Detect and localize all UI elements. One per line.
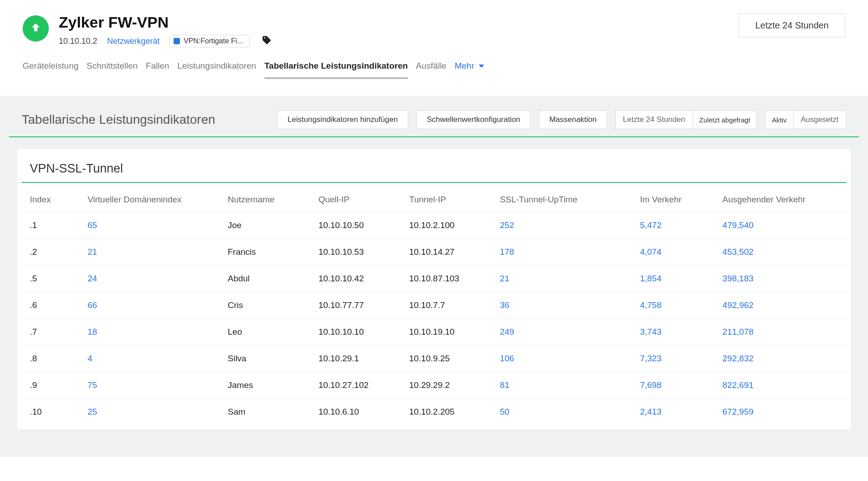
threshold-config-button[interactable]: Schwellenwertkonfiguration bbox=[416, 110, 531, 129]
seg-last-24h[interactable]: Letzte 24 Stunden bbox=[616, 111, 693, 129]
out-traffic-link[interactable]: 672,959 bbox=[722, 407, 754, 416]
col-in[interactable]: Im Verkehr bbox=[632, 186, 714, 212]
tab-tabular-performance-indicators[interactable]: Tabellarische Leistungsindikatoren bbox=[264, 57, 408, 79]
uptime-link[interactable]: 21 bbox=[500, 274, 509, 283]
tab-more[interactable]: Mehr bbox=[455, 57, 484, 79]
cell-uptime: 178 bbox=[492, 239, 632, 266]
cell-out-traffic: 453,502 bbox=[714, 239, 846, 266]
out-traffic-link[interactable]: 822,691 bbox=[722, 380, 754, 390]
table-row: .84Silva10.10.29.110.10.9.251067,323292,… bbox=[22, 346, 846, 372]
cell-tunnel-ip: 10.10.19.10 bbox=[401, 319, 492, 346]
in-traffic-link[interactable]: 4,074 bbox=[640, 247, 662, 257]
seg-active[interactable]: Aktiv bbox=[765, 111, 793, 129]
vdom-link[interactable]: 24 bbox=[88, 274, 97, 283]
out-traffic-link[interactable]: 479,540 bbox=[722, 220, 754, 230]
cell-vdom: 25 bbox=[80, 399, 220, 425]
cell-vdom: 21 bbox=[80, 239, 220, 266]
tab-device-performance[interactable]: Geräteleistung bbox=[23, 57, 79, 79]
cell-uptime: 81 bbox=[492, 372, 632, 399]
col-vdom[interactable]: Virtueller Domänenindex bbox=[80, 186, 220, 212]
table-row: .524Abdul10.10.10.4210.10.87.103211,8543… bbox=[22, 266, 846, 292]
uptime-link[interactable]: 50 bbox=[500, 407, 509, 416]
in-traffic-link[interactable]: 3,743 bbox=[640, 327, 662, 336]
in-traffic-link[interactable]: 4,758 bbox=[640, 300, 662, 310]
vdom-link[interactable]: 25 bbox=[88, 407, 97, 416]
col-uptime[interactable]: SSL-Tunnel-UpTime bbox=[492, 186, 632, 212]
device-type-link[interactable]: Netzwerkgerät bbox=[107, 37, 160, 46]
tab-performance-indicators[interactable]: Leistungsindikatoren bbox=[177, 57, 256, 79]
out-traffic-link[interactable]: 453,502 bbox=[722, 247, 754, 257]
uptime-link[interactable]: 249 bbox=[500, 327, 514, 336]
panel-title: VPN-SSL-Tunnel bbox=[22, 162, 846, 183]
cell-out-traffic: 479,540 bbox=[714, 212, 846, 239]
vdom-link[interactable]: 4 bbox=[88, 354, 93, 363]
out-traffic-link[interactable]: 292,832 bbox=[722, 354, 754, 363]
uptime-link[interactable]: 36 bbox=[500, 300, 509, 310]
cell-src-ip: 10.10.27.102 bbox=[310, 372, 401, 399]
cell-vdom: 65 bbox=[80, 212, 220, 239]
page-title: Zylker FW-VPN bbox=[59, 14, 272, 31]
cell-tunnel-ip: 10.10.7.7 bbox=[401, 292, 492, 319]
bulk-action-button[interactable]: Massenaktion bbox=[539, 110, 607, 129]
tab-outages[interactable]: Ausfälle bbox=[416, 57, 447, 79]
tab-more-label: Mehr bbox=[455, 61, 474, 71]
tag-chip-vpn-fortigate[interactable]: VPN:Fortigate Fi... bbox=[170, 35, 250, 47]
cell-out-traffic: 211,078 bbox=[714, 319, 846, 346]
cell-vdom: 66 bbox=[80, 292, 220, 319]
in-traffic-link[interactable]: 2,413 bbox=[640, 407, 662, 416]
tag-icon[interactable] bbox=[262, 35, 272, 47]
uptime-link[interactable]: 252 bbox=[500, 220, 514, 230]
nav-tabs: Geräteleistung Schnittstellen Fallen Lei… bbox=[23, 57, 845, 79]
in-traffic-link[interactable]: 7,323 bbox=[640, 354, 662, 363]
col-user[interactable]: Nutzername bbox=[220, 186, 311, 212]
cell-index: .8 bbox=[22, 346, 80, 372]
col-src-ip[interactable]: Quell-IP bbox=[310, 186, 401, 212]
cell-user: James bbox=[220, 372, 311, 399]
seg-last-polled[interactable]: Zuletzt abgefragt bbox=[693, 111, 757, 129]
in-traffic-link[interactable]: 1,854 bbox=[640, 274, 662, 283]
time-range-button[interactable]: Letzte 24 Stunden bbox=[739, 14, 845, 37]
cell-in-traffic: 4,074 bbox=[632, 239, 714, 266]
tag-color-swatch bbox=[174, 38, 180, 44]
chevron-down-icon bbox=[479, 65, 484, 68]
uptime-link[interactable]: 106 bbox=[500, 354, 514, 363]
cell-in-traffic: 1,854 bbox=[632, 266, 714, 292]
cell-src-ip: 10.10.29.1 bbox=[310, 346, 401, 372]
uptime-link[interactable]: 81 bbox=[500, 380, 509, 390]
out-traffic-link[interactable]: 492,962 bbox=[722, 300, 754, 310]
col-index[interactable]: Index bbox=[22, 186, 80, 212]
cell-index: .10 bbox=[22, 399, 80, 425]
out-traffic-link[interactable]: 398,183 bbox=[722, 274, 754, 283]
cell-uptime: 21 bbox=[492, 266, 632, 292]
table-row: .221Francis10.10.10.5310.10.14.271784,07… bbox=[22, 239, 846, 266]
out-traffic-link[interactable]: 211,078 bbox=[722, 327, 754, 336]
cell-src-ip: 10.10.10.10 bbox=[310, 319, 401, 346]
cell-vdom: 18 bbox=[80, 319, 220, 346]
vdom-link[interactable]: 75 bbox=[88, 380, 97, 390]
in-traffic-link[interactable]: 7,698 bbox=[640, 380, 662, 390]
cell-src-ip: 10.10.6.10 bbox=[310, 399, 401, 425]
cell-vdom: 4 bbox=[80, 346, 220, 372]
table-row: .165Joe10.10.10.5010.10.2.1002525,472479… bbox=[22, 212, 846, 239]
cell-in-traffic: 4,758 bbox=[632, 292, 714, 319]
vdom-link[interactable]: 66 bbox=[88, 300, 97, 310]
cell-out-traffic: 822,691 bbox=[714, 372, 846, 399]
seg-suspended[interactable]: Ausgesetzt bbox=[793, 111, 846, 129]
uptime-link[interactable]: 178 bbox=[500, 247, 514, 257]
tab-traps[interactable]: Fallen bbox=[146, 57, 170, 79]
vdom-link[interactable]: 18 bbox=[88, 327, 97, 336]
vdom-link[interactable]: 65 bbox=[88, 220, 97, 230]
tab-interfaces[interactable]: Schnittstellen bbox=[87, 57, 138, 79]
cell-uptime: 249 bbox=[492, 319, 632, 346]
cell-user: Sam bbox=[220, 399, 311, 425]
cell-user: Silva bbox=[220, 346, 311, 372]
cell-out-traffic: 672,959 bbox=[714, 399, 846, 425]
col-tunnel-ip[interactable]: Tunnel-IP bbox=[401, 186, 492, 212]
vdom-link[interactable]: 21 bbox=[88, 247, 97, 257]
add-indicators-button[interactable]: Leistungsindikatoren hinzufügen bbox=[277, 110, 408, 129]
col-out[interactable]: Ausgehender Verkehr bbox=[714, 186, 846, 212]
in-traffic-link[interactable]: 5,472 bbox=[640, 220, 662, 230]
cell-user: Francis bbox=[220, 239, 311, 266]
cell-user: Joe bbox=[220, 212, 311, 239]
cell-in-traffic: 2,413 bbox=[632, 399, 714, 425]
